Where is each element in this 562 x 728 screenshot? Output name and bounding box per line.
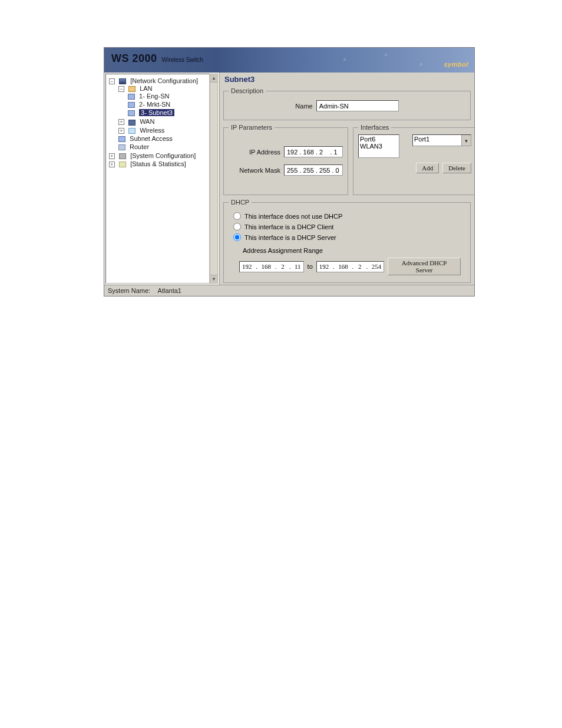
tree-expander-icon[interactable]: +: [118, 128, 124, 134]
radio-label: This interface is a DHCP Client: [244, 223, 333, 230]
ip-parameters-group: IP Parameters IP Address Network Mask: [223, 124, 348, 195]
content-pane: Subnet3 Description Name IP Parameters I…: [220, 73, 474, 285]
list-item[interactable]: Port6: [360, 136, 398, 143]
tree-item-router[interactable]: Router: [130, 143, 149, 150]
subnet-icon: [128, 94, 135, 100]
radio-input[interactable]: [233, 223, 241, 230]
tree-item-subnet-2[interactable]: 2- Mrkt-SN: [139, 101, 170, 108]
address-range-label: Address Assignment Range: [243, 247, 323, 254]
range-to-input[interactable]: 192. 168. 2. 254: [316, 261, 385, 272]
interfaces-legend: Interfaces: [358, 124, 391, 131]
subnet-icon: [128, 110, 135, 116]
nav-tree[interactable]: − [Network Configuration] − LAN: [108, 77, 207, 168]
scroll-down-icon[interactable]: ▼: [210, 275, 217, 283]
header-banner: WS 2000 Wireless Switch symbol: [104, 48, 474, 73]
dhcp-group: DHCP This interface does not use DHCP Th…: [223, 199, 471, 283]
stats-icon: [119, 162, 126, 167]
description-group: Description Name: [223, 87, 471, 120]
tree-item-status-statistics[interactable]: [Status & Statistics]: [130, 160, 186, 167]
status-label: System Name:: [108, 287, 150, 294]
page-title: Subnet3: [224, 75, 471, 84]
tree-item-subnet-access[interactable]: Subnet Access: [130, 135, 173, 142]
list-item[interactable]: WLAN3: [360, 143, 398, 150]
tree-expander-icon[interactable]: −: [118, 86, 124, 92]
tree-item-lan[interactable]: LAN: [140, 85, 152, 92]
network-mask-input[interactable]: [284, 164, 343, 176]
interfaces-assigned-list[interactable]: Port6 WLAN3: [358, 134, 399, 158]
tree-item-subnet-3[interactable]: 3- Subnet3: [139, 109, 174, 116]
delete-button[interactable]: Delete: [442, 163, 471, 173]
interfaces-available-select[interactable]: Port1 ▼: [412, 134, 471, 146]
name-label: Name: [295, 103, 312, 110]
add-button[interactable]: Add: [416, 163, 439, 173]
ip-parameters-legend: IP Parameters: [229, 124, 275, 131]
subnet-access-icon: [118, 136, 125, 142]
range-from-input[interactable]: 192. 168. 2. 11: [239, 261, 304, 272]
select-value: Port1: [414, 136, 429, 143]
wan-icon: [128, 120, 135, 126]
sidebar-scrollbar[interactable]: ▲ ▼: [210, 74, 218, 284]
dhcp-legend: DHCP: [229, 199, 252, 206]
status-bar: System Name: Atlanta1: [104, 285, 474, 296]
dhcp-option-client[interactable]: This interface is a DHCP Client: [233, 223, 461, 230]
ip-address-label: IP Address: [229, 149, 280, 156]
tree-expander-icon[interactable]: +: [118, 119, 124, 125]
network-icon: [119, 78, 126, 84]
status-value: Atlanta1: [158, 287, 181, 294]
radio-input[interactable]: [233, 233, 241, 241]
scroll-up-icon[interactable]: ▲: [210, 74, 217, 83]
tree-expander-icon[interactable]: −: [109, 78, 115, 84]
dhcp-option-server[interactable]: This interface is a DHCP Server: [233, 233, 461, 241]
tree-item-subnet-1[interactable]: 1- Eng-SN: [139, 93, 169, 100]
interfaces-group: Interfaces Port6 WLAN3 Port1 ▼ A: [353, 124, 474, 195]
product-subtitle: Wireless Switch: [162, 57, 204, 63]
description-legend: Description: [229, 87, 266, 94]
subnet-icon: [128, 102, 135, 108]
nav-tree-viewport: − [Network Configuration] − LAN: [105, 74, 210, 284]
app-window: WS 2000 Wireless Switch symbol − [Networ…: [104, 47, 475, 297]
radio-label: This interface is a DHCP Server: [244, 234, 336, 241]
wireless-icon: [128, 128, 135, 134]
network-mask-label: Network Mask: [229, 167, 280, 174]
product-title: WS 2000: [111, 52, 157, 65]
gear-icon: [119, 153, 126, 159]
tree-item-wireless[interactable]: Wireless: [140, 127, 164, 134]
radio-label: This interface does not use DHCP: [244, 213, 342, 220]
folder-icon: [128, 86, 135, 92]
ip-address-input[interactable]: [284, 146, 343, 157]
tree-item-system-configuration[interactable]: [System Configuration]: [130, 152, 196, 159]
tree-item-wan[interactable]: WAN: [140, 118, 154, 125]
tree-item-network-configuration[interactable]: [Network Configuration]: [130, 77, 198, 84]
to-label: to: [308, 263, 313, 270]
tree-expander-icon[interactable]: +: [109, 162, 115, 167]
chevron-down-icon[interactable]: ▼: [461, 135, 471, 146]
router-icon: [118, 144, 125, 150]
name-input[interactable]: [316, 100, 399, 111]
radio-input[interactable]: [233, 212, 241, 220]
dhcp-option-none[interactable]: This interface does not use DHCP: [233, 212, 461, 220]
nav-sidebar: − [Network Configuration] − LAN: [104, 73, 220, 285]
tree-expander-icon[interactable]: +: [109, 153, 115, 159]
brand-logo: symbol: [444, 61, 468, 68]
advanced-dhcp-button[interactable]: Advanced DHCP Server: [388, 258, 461, 275]
